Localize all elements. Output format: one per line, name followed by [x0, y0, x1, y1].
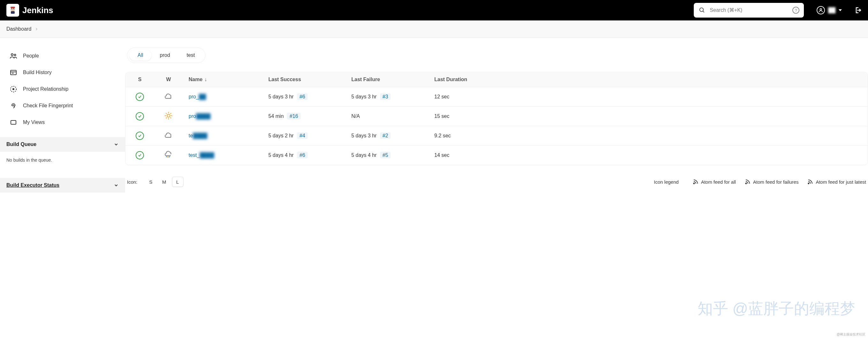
last-failure-text: N/A [351, 113, 360, 119]
status-cell [125, 112, 154, 120]
svg-rect-10 [10, 70, 16, 75]
fingerprint-icon [9, 102, 17, 110]
col-name[interactable]: Name↓ [183, 77, 262, 82]
name-cell: pro_██ [183, 94, 262, 100]
svg-point-26 [745, 183, 746, 184]
last-failure-text: 5 days 4 hr [351, 152, 377, 158]
icon-size-s[interactable]: S [145, 177, 157, 187]
rss-icon [807, 179, 813, 185]
build-queue-panel-header[interactable]: Build Queue [0, 137, 125, 152]
build-link[interactable]: #5 [380, 152, 391, 159]
search-box[interactable]: ? [694, 3, 804, 18]
svg-point-9 [14, 54, 16, 56]
build-link[interactable]: #16 [287, 113, 301, 119]
duration-cell: 9.2 sec [429, 133, 486, 139]
breadcrumb-item[interactable]: Dashboard [6, 26, 31, 32]
build-link[interactable]: #6 [297, 93, 308, 100]
col-last-duration[interactable]: Last Duration [429, 77, 486, 82]
executor-status-panel-header[interactable]: Build Executor Status [0, 178, 125, 193]
sidebar-item-project-relationship[interactable]: Project Relationship [0, 81, 125, 97]
svg-point-3 [13, 8, 14, 9]
icon-size-l[interactable]: L [172, 177, 184, 187]
svg-point-25 [693, 183, 694, 184]
status-success-icon [135, 132, 144, 140]
icon-legend-link[interactable]: Icon legend [654, 179, 679, 185]
history-icon [9, 69, 17, 76]
header: Jenkins ? ██ [0, 0, 868, 21]
relationship-icon [9, 85, 17, 93]
search-input[interactable] [710, 7, 788, 13]
weather-cell [154, 92, 183, 102]
svg-point-16 [167, 114, 170, 117]
svg-rect-15 [11, 120, 16, 124]
chevron-right-icon [34, 27, 38, 31]
weather-storm-icon [164, 150, 173, 159]
icon-size-m[interactable]: M [159, 177, 170, 187]
last-failure-cell: 5 days 3 hr #3 [346, 94, 429, 100]
job-link[interactable]: pro████ [189, 113, 210, 119]
sidebar-item-label: Build History [23, 69, 52, 76]
user-menu[interactable]: ██ [817, 6, 842, 15]
job-link[interactable]: te████ [189, 133, 208, 138]
views-icon [9, 118, 17, 126]
table-row: pro████54 min #16N/A15 sec [125, 107, 868, 126]
feed-label: Atom feed for failures [753, 179, 799, 185]
feed-link[interactable]: Atom feed for failures [745, 179, 799, 185]
tab-all[interactable]: All [129, 50, 152, 61]
status-success-icon [135, 112, 144, 120]
table-row: te████5 days 2 hr #45 days 3 hr #29.2 se… [125, 126, 868, 146]
job-link[interactable]: pro_██ [189, 94, 206, 100]
status-cell [125, 93, 154, 101]
table-footer: Icon: SML Icon legend Atom feed for allA… [125, 165, 868, 190]
col-last-failure[interactable]: Last Failure [346, 77, 429, 82]
status-cell [125, 151, 154, 160]
duration-cell: 12 sec [429, 94, 486, 100]
build-link[interactable]: #6 [297, 152, 308, 159]
chevron-down-icon [114, 142, 119, 147]
sidebar-item-build-history[interactable]: Build History [0, 64, 125, 81]
weather-cell [154, 150, 183, 160]
build-link[interactable]: #4 [297, 132, 308, 139]
col-status[interactable]: S [125, 77, 154, 82]
feed-link[interactable]: Atom feed for just latest [807, 179, 866, 185]
user-name: ██ [828, 7, 835, 13]
status-success-icon [135, 93, 144, 101]
name-cell: test_████ [183, 152, 262, 159]
col-weather[interactable]: W [154, 77, 183, 82]
col-last-success[interactable]: Last Success [262, 77, 346, 82]
last-success-cell: 54 min #16 [262, 113, 346, 119]
job-link[interactable]: test_████ [189, 152, 214, 158]
build-link[interactable]: #3 [380, 93, 391, 100]
rss-icon [693, 179, 699, 185]
chevron-down-icon [839, 9, 842, 11]
build-link[interactable]: #2 [380, 132, 391, 139]
weather-cell [154, 111, 183, 121]
help-icon[interactable]: ? [793, 7, 799, 14]
svg-point-14 [13, 88, 14, 90]
sidebar-item-my-views[interactable]: My Views [0, 114, 125, 131]
logo[interactable]: Jenkins [6, 4, 53, 17]
last-success-cell: 5 days 3 hr #6 [262, 94, 346, 100]
sidebar-item-people[interactable]: People [0, 48, 125, 64]
logout-button[interactable] [854, 6, 862, 14]
feed-link[interactable]: Atom feed for all [693, 179, 736, 185]
feed-label: Atom feed for all [701, 179, 736, 185]
chevron-down-icon [114, 183, 119, 188]
icon-size-group: SML [145, 177, 184, 187]
last-success-text: 5 days 2 hr [268, 133, 293, 138]
svg-point-27 [808, 183, 809, 184]
sidebar-item-check-file-fingerprint[interactable]: Check File Fingerprint [0, 97, 125, 114]
weather-cell [154, 131, 183, 141]
user-icon [817, 6, 825, 15]
table-row: pro_██5 days 3 hr #65 days 3 hr #312 sec [125, 87, 868, 107]
svg-line-6 [703, 11, 704, 12]
tab-test[interactable]: test [178, 50, 203, 61]
last-failure-text: 5 days 3 hr [351, 133, 377, 138]
sidebar-item-label: People [23, 53, 39, 59]
jobs-table: S W Name↓ Last Success Last Failure Last… [125, 72, 868, 165]
last-success-cell: 5 days 4 hr #6 [262, 152, 346, 158]
view-tabs: Allprodtest [127, 48, 206, 63]
last-failure-cell: N/A [346, 113, 429, 119]
svg-point-2 [11, 8, 12, 9]
tab-prod[interactable]: prod [152, 50, 178, 61]
